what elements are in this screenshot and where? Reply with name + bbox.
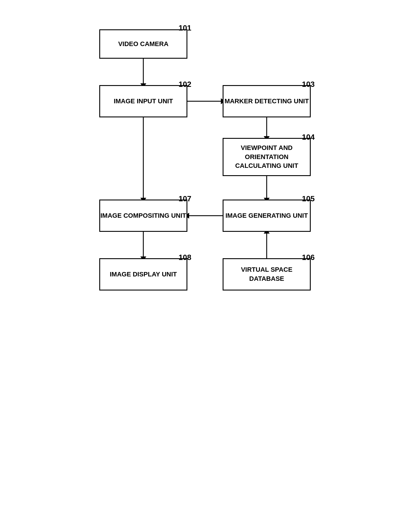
- ref-106: 106: [302, 253, 315, 262]
- ref-108: 108: [179, 253, 191, 262]
- ref-104: 104: [302, 133, 315, 142]
- block-virtual-space-database: VIRTUAL SPACE DATABASE: [223, 258, 311, 291]
- block-video-camera: VIDEO CAMERA: [99, 29, 187, 59]
- block-image-compositing-unit: IMAGE COMPOSITING UNIT: [99, 200, 187, 232]
- arrows-svg: [88, 12, 322, 496]
- diagram-container: VIDEO CAMERA 101 IMAGE INPUT UNIT 102 MA…: [88, 12, 322, 496]
- ref-103: 103: [302, 80, 315, 89]
- ref-105: 105: [302, 194, 315, 203]
- block-viewpoint-orientation-unit: VIEWPOINT AND ORIENTATION CALCULATING UN…: [223, 138, 311, 176]
- block-image-display-unit: IMAGE DISPLAY UNIT: [99, 258, 187, 291]
- ref-107: 107: [179, 194, 191, 203]
- block-image-generating-unit: IMAGE GENERATING UNIT: [223, 200, 311, 232]
- block-marker-detecting-unit: MARKER DETECTING UNIT: [223, 85, 311, 117]
- ref-102: 102: [179, 80, 191, 89]
- block-image-input-unit: IMAGE INPUT UNIT: [99, 85, 187, 117]
- ref-101: 101: [179, 23, 191, 33]
